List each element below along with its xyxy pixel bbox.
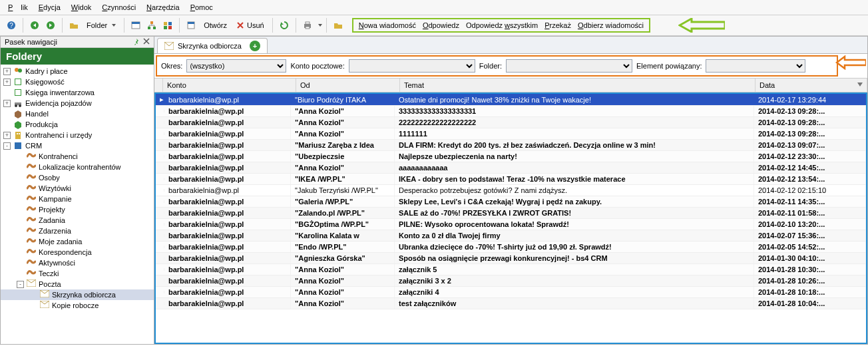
reply-link[interactable]: Odpowiedz (423, 21, 459, 29)
tree-item[interactable]: Projekty (1, 204, 154, 215)
tabstrip: Skrzynka odbiorcza + (154, 37, 867, 54)
help-icon[interactable]: ? (4, 18, 19, 33)
filter-okres-select[interactable]: (wszystko) (186, 59, 286, 73)
tree-item[interactable]: Teczki (1, 268, 154, 279)
tree-item[interactable]: Kopie robocze (1, 300, 154, 311)
expand-icon[interactable]: + (3, 68, 11, 75)
tree-item[interactable]: Skrzynka odbiorcza (1, 289, 154, 300)
table-row[interactable]: barbarakielnia@wp.pl"Endo /WP.PL"Ubranka… (156, 242, 866, 253)
tree-item[interactable]: Handel (1, 108, 154, 119)
table-row[interactable]: barbarakielnia@wp.pl"Mariusz Zaręba z Id… (156, 140, 866, 151)
tree-item[interactable]: Produkcja (1, 119, 154, 130)
tab-label: Skrzynka odbiorcza (178, 42, 242, 50)
expand-icon[interactable]: + (3, 100, 11, 107)
table-row[interactable]: ▸barbarakielnia@wp.pl"Biuro Podróży ITAK… (156, 94, 866, 106)
folder-open-icon[interactable] (67, 18, 81, 33)
tree-item[interactable]: Kampanie (1, 194, 154, 204)
tree-item[interactable]: +Księgowość (1, 77, 154, 87)
table-row[interactable]: barbarakielnia@wp.pl"IKEA /WP.PL"IKEA - … (156, 174, 866, 185)
menu-narzedzia[interactable]: Narzędzia (142, 2, 184, 13)
chevron-down-icon[interactable] (318, 24, 322, 27)
new-message-link[interactable]: Nowa wiadomość (359, 21, 416, 29)
tree-item[interactable]: Kontrahenci (1, 151, 154, 162)
tab-inbox[interactable]: Skrzynka odbiorcza + (157, 38, 268, 53)
col-head-od[interactable]: Od (296, 79, 400, 92)
menu-czynnosci[interactable]: Czynności (98, 2, 140, 13)
menu-widok[interactable]: Widok (67, 2, 96, 13)
table-row[interactable]: barbarakielnia@wp.pl"Agnieszka Górska"Sp… (156, 253, 866, 264)
print-icon[interactable] (300, 18, 315, 33)
table-row[interactable]: barbarakielnia@wp.pl"Anna Koziol"2222222… (156, 117, 866, 128)
tree-item[interactable]: -CRM (1, 140, 154, 151)
folder-tree[interactable]: +Kadry i płace+KsięgowośćKsięga inwentar… (1, 65, 154, 344)
reply-all-link[interactable]: Odpowiedz wszystkim (466, 21, 538, 29)
tree-item[interactable]: Moje zadania (1, 236, 154, 247)
table-row[interactable]: barbarakielnia@wp.pl"Anna Koziol"1111111… (156, 128, 866, 140)
tree-item[interactable]: Korespondencja (1, 247, 154, 258)
table-row[interactable]: barbarakielnia@wp.pl"Anna Koziol"załączn… (156, 287, 866, 298)
tree-spacer (30, 302, 37, 309)
delete-button[interactable]: Usuń (232, 20, 268, 31)
tree-item[interactable]: +Kadry i płace (1, 66, 154, 77)
tree-item[interactable]: Zdarzenia (1, 226, 154, 236)
table-row[interactable]: barbarakielnia@wp.pl"Anna Koziol"załączn… (156, 275, 866, 287)
row-marker (156, 279, 164, 282)
tree-item[interactable]: Wizytówki (1, 183, 154, 194)
table-row[interactable]: barbarakielnia@wp.pl"Galeria /WP.PL"Skle… (156, 196, 866, 208)
col-head-temat[interactable]: Temat (400, 79, 756, 92)
collapse-icon[interactable]: - (3, 142, 11, 150)
table-row[interactable]: barbarakielnia@wp.pl"Anna Koziol"3333333… (156, 106, 866, 117)
tree-spacer (30, 291, 37, 299)
table-row[interactable]: barbarakielnia@wp.pl"Zalando.pl /WP.PL"S… (156, 208, 866, 219)
table-row[interactable]: barbarakielnia@wp.pl"Karolina Kalata wKo… (156, 230, 866, 242)
col-head-konto[interactable]: Konto (163, 79, 296, 92)
back-icon[interactable] (27, 18, 42, 33)
expand-icon[interactable]: + (3, 79, 11, 86)
receive-link[interactable]: Odbierz wiadomości (578, 21, 644, 29)
tree-item[interactable]: Księga inwentarzowa (1, 87, 154, 98)
org-icon[interactable] (144, 18, 159, 33)
form-icon[interactable] (184, 18, 198, 33)
filter-element-select[interactable] (706, 59, 805, 73)
collapse-icon[interactable]: - (17, 281, 24, 288)
cards-icon[interactable] (160, 18, 175, 33)
tree-item[interactable]: -Poczta (1, 279, 154, 289)
card-icon[interactable] (128, 18, 143, 33)
close-icon[interactable] (143, 38, 150, 46)
menu-pomoc[interactable]: Pomoc (186, 2, 217, 13)
table-row[interactable]: barbarakielnia@wp.pl"Anna Koziol"test za… (156, 298, 866, 309)
table-row[interactable]: barbarakielnia@wp.pl"BGŻOptima /WP.PL"PI… (156, 219, 866, 230)
tree-item[interactable]: Zadania (1, 215, 154, 226)
grid-body[interactable]: ▸barbarakielnia@wp.pl"Biuro Podróży ITAK… (154, 92, 867, 344)
folder-dropdown[interactable]: Folder (83, 20, 120, 31)
tree-item[interactable]: +Ewidencja pojazdów (1, 98, 154, 108)
tree-item[interactable]: Osoby (1, 172, 154, 183)
tree-item[interactable]: Lokalizacje kontrahentów (1, 162, 154, 172)
tree-item[interactable]: +Kontrahenci i urzędy (1, 130, 154, 140)
cell-konto: barbarakielnia@wp.pl (164, 94, 291, 105)
table-row[interactable]: barbarakielnia@wp.pl"Anna Koziol"załączn… (156, 264, 866, 275)
cell-temat: Ubranka dziecięce do -70%! T-shirty już … (395, 242, 754, 252)
cell-od: "Anna Koziol" (291, 287, 395, 297)
pin-icon[interactable] (132, 38, 140, 46)
tree-item-label: Projekty (39, 206, 65, 214)
menu-plik[interactable]: Plik (4, 2, 32, 13)
tab-add-icon[interactable]: + (250, 41, 260, 51)
tree-item[interactable]: Aktywności (1, 258, 154, 268)
table-row[interactable]: barbarakielnia@wp.pl"UbezpieczsieNajleps… (156, 151, 866, 162)
table-row[interactable]: barbarakielnia@wp.pl"Anna Koziol"aaaaaaa… (156, 162, 866, 174)
col-head-data[interactable]: Data (756, 79, 867, 92)
svg-point-25 (15, 104, 17, 107)
filter-folder-select[interactable] (506, 59, 632, 73)
forward-icon[interactable] (43, 18, 58, 33)
refresh-icon[interactable] (277, 18, 292, 33)
forward-link[interactable]: Przekaż (544, 21, 571, 29)
table-row[interactable]: barbarakielnia@wp.pl"Jakub Terzyński /WP… (156, 185, 866, 196)
cell-od: "Ubezpieczsie (291, 151, 395, 162)
cell-data: 2014-01-28 10:04:... (754, 298, 866, 309)
folder-yellow-icon[interactable] (331, 18, 345, 33)
filter-konto-select[interactable] (349, 59, 475, 73)
menu-edycja[interactable]: Edycja (35, 2, 65, 13)
expand-icon[interactable]: + (3, 132, 11, 139)
open-button[interactable]: Otwórz (200, 20, 231, 31)
